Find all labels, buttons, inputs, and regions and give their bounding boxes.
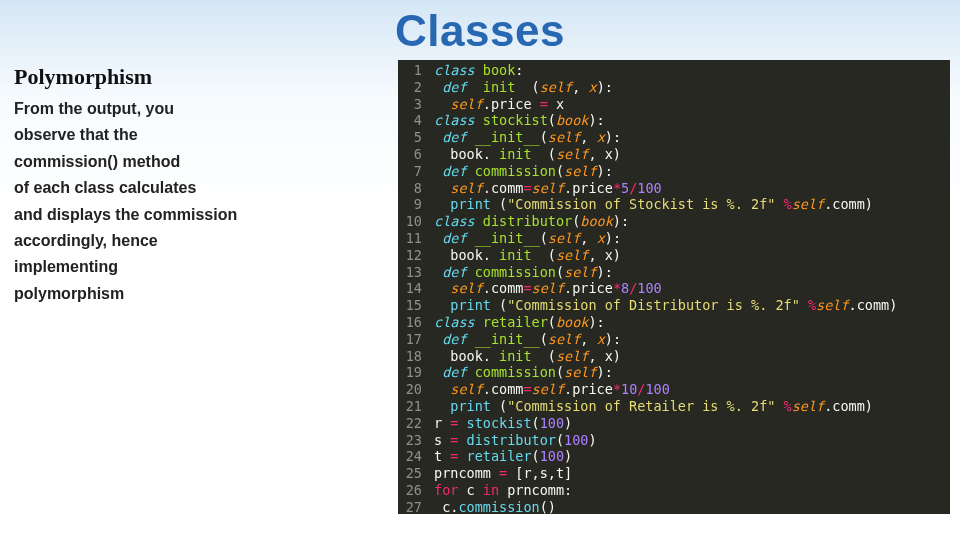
body-paragraph: From the output, you observe that the co…: [14, 96, 384, 307]
page-title: Classes: [0, 0, 960, 56]
subheading: Polymorphism: [14, 64, 384, 90]
code-editor: 1 2 3 4 5 6 7 8 9 10 11 12 13 14 15 16 1…: [398, 60, 950, 514]
left-text-panel: Polymorphism From the output, you observ…: [14, 64, 384, 307]
code-body: class book: def init (self, x): self.pri…: [434, 62, 946, 514]
code-gutter: 1 2 3 4 5 6 7 8 9 10 11 12 13 14 15 16 1…: [398, 60, 428, 514]
